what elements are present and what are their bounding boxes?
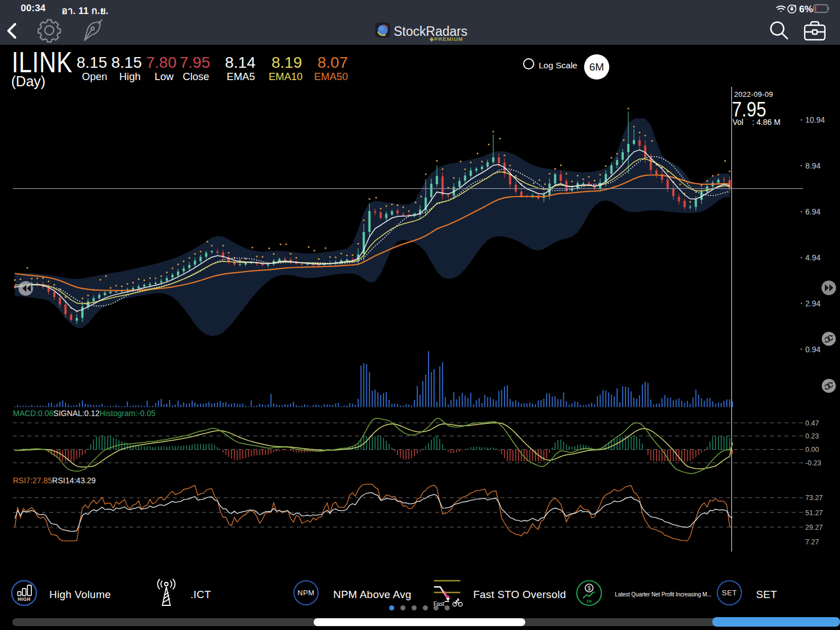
svg-text:0.23: 0.23 xyxy=(805,432,819,440)
svg-text:10.94: 10.94 xyxy=(805,115,825,124)
svg-text:0.94: 0.94 xyxy=(805,345,820,354)
svg-text:0.47: 0.47 xyxy=(805,419,819,427)
svg-text:2.94: 2.94 xyxy=(805,299,820,308)
svg-text:6.94: 6.94 xyxy=(805,207,820,216)
svg-text:0.00: 0.00 xyxy=(805,446,819,454)
svg-text:51.27: 51.27 xyxy=(805,509,823,517)
svg-text:1%: 1% xyxy=(586,599,592,603)
svg-text:$: $ xyxy=(587,585,591,591)
svg-text:7.27: 7.27 xyxy=(805,538,819,546)
svg-text:29.27: 29.27 xyxy=(805,524,823,531)
svg-text:4.94: 4.94 xyxy=(805,253,820,262)
svg-text:-0.23: -0.23 xyxy=(805,459,822,467)
svg-text:73.27: 73.27 xyxy=(805,494,823,502)
svg-text:HIGH: HIGH xyxy=(17,596,30,602)
svg-text:8.94: 8.94 xyxy=(805,161,820,170)
